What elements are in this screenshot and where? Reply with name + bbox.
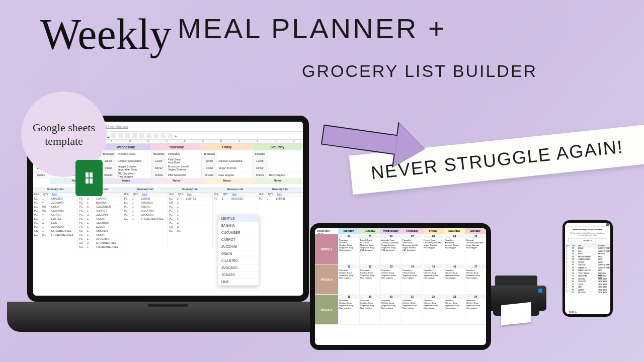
grocery-row[interactable]: PC1 bbox=[168, 205, 212, 209]
grocery-row[interactable]: KG0.1FROZEN BERRIES bbox=[33, 233, 77, 237]
meal-cell[interactable]: PBJ Sandwich bbox=[167, 171, 201, 178]
grocery-row[interactable]: PC1AVOCADO bbox=[33, 225, 77, 229]
grocery-lists[interactable]: Grocery ListUnitQTYItemKG1CHICKENPC4ZUCC… bbox=[33, 187, 303, 249]
item-col-link[interactable]: Item bbox=[51, 193, 77, 197]
calendar-cell[interactable]: 17PancakesChicken SoupVegetable SoupRaw … bbox=[465, 264, 486, 294]
meal-cell[interactable]: Veggie BurgersVegetable Soup bbox=[116, 164, 150, 171]
grocery-row[interactable]: KG1CHICKEN bbox=[78, 229, 122, 233]
grocery-row[interactable]: GR3 bbox=[168, 201, 212, 205]
valign-icon[interactable] bbox=[132, 133, 137, 138]
meal-cell[interactable]: Raw veggies bbox=[217, 171, 252, 178]
grocery-row[interactable]: PC2LIME bbox=[33, 221, 77, 225]
grocery-row[interactable]: PC1ONION bbox=[123, 205, 168, 209]
meal-cell[interactable] bbox=[268, 157, 302, 164]
grocery-row[interactable]: PC1AVOCADO bbox=[123, 213, 168, 217]
meal-cell[interactable] bbox=[268, 150, 302, 157]
align-icon[interactable] bbox=[125, 133, 130, 138]
autocomplete-item[interactable]: LIME bbox=[218, 279, 259, 286]
grocery-row[interactable]: PC1CILANTRO bbox=[123, 209, 168, 213]
grocery-row[interactable]: PC1 bbox=[168, 213, 212, 217]
meal-cell[interactable]: Chicken Quesadilla bbox=[217, 157, 252, 164]
text-color-icon[interactable]: A bbox=[107, 134, 109, 137]
phone-list-row[interactable]: 1PCAVOCADOVEGETABLE bbox=[565, 292, 610, 295]
grocery-row[interactable]: GR3 bbox=[168, 225, 212, 229]
item-col-link[interactable]: Item bbox=[141, 193, 168, 197]
calendar-cell[interactable]: 16PancakesChicken SoupVegetable SoupRaw … bbox=[444, 264, 465, 294]
grocery-row[interactable]: PC1ONION bbox=[78, 233, 122, 237]
grocery-row[interactable]: PC3ZUCCHINI bbox=[78, 213, 122, 217]
calendar-cell[interactable]: 10OatmealChicken QuesadillaVegan Burrito… bbox=[465, 234, 486, 264]
calendar-cell[interactable]: 21PancakesChicken SoupVegetable SoupRaw … bbox=[401, 295, 423, 324]
calendar-cell[interactable]: 20PancakesChicken SoupVegetable SoupRaw … bbox=[380, 295, 401, 324]
grocery-row[interactable]: PC0.5CILANTRO bbox=[33, 209, 77, 213]
final-grocery-list[interactable]: Final Grocery List for the WeekThis list… bbox=[565, 223, 610, 314]
meal-cell[interactable]: Pancakes bbox=[167, 150, 201, 157]
grocery-row[interactable]: PC1 bbox=[168, 209, 212, 213]
autocomplete-item[interactable]: LENTILS bbox=[218, 215, 259, 222]
item-col-link[interactable]: Item bbox=[276, 193, 302, 197]
calendar-cell[interactable]: 23PancakesChicken SoupVegetable SoupRaw … bbox=[444, 295, 465, 324]
calendar-cell[interactable]: 06Avocado ToastChicken QuesadillaVeggie … bbox=[380, 234, 401, 264]
grocery-row[interactable]: PC4ZUCCHINI bbox=[33, 201, 77, 205]
calendar-cell[interactable]: 11PancakesChicken SoupVegetable SoupRaw … bbox=[338, 264, 359, 294]
grocery-row[interactable]: PC1AVOCADO bbox=[78, 237, 122, 241]
chart-icon[interactable] bbox=[160, 133, 166, 138]
calendar-cell[interactable]: 05French ToastAcai BowlMexican TacosVege… bbox=[359, 234, 380, 264]
meal-cell[interactable] bbox=[217, 150, 252, 157]
grocery-row[interactable]: PC3CARROT bbox=[78, 197, 122, 201]
calendar-cell[interactable]: 24PancakesChicken SoupVegetable SoupRaw … bbox=[465, 295, 486, 324]
grocery-row[interactable]: KG1LENTILS bbox=[33, 217, 77, 221]
autocomplete-item[interactable]: CARROT bbox=[218, 236, 259, 243]
grocery-row[interactable]: KG2LENTILS bbox=[168, 197, 212, 201]
autocomplete-item[interactable]: TOMATO bbox=[218, 272, 259, 279]
functions-icon[interactable]: Σ bbox=[175, 134, 177, 137]
sheet-menu-icon[interactable]: ≡ bbox=[567, 311, 568, 313]
grocery-row[interactable]: PC1CILANTRO bbox=[78, 221, 122, 225]
meal-cell[interactable]: Chicken Quesadilla bbox=[116, 157, 150, 164]
meal-cell[interactable]: Raw veggies bbox=[268, 171, 302, 178]
item-col-link[interactable]: Item bbox=[231, 193, 257, 197]
fill-icon[interactable] bbox=[111, 133, 116, 138]
calendar-cell[interactable]: 12PancakesChicken SoupVegetable SoupRaw … bbox=[359, 264, 380, 294]
autocomplete-item[interactable]: ONION bbox=[218, 250, 259, 257]
meal-cell[interactable] bbox=[268, 164, 302, 171]
grocery-row[interactable]: PC1BANANA bbox=[78, 201, 122, 205]
link-icon[interactable] bbox=[146, 133, 151, 138]
grocery-row[interactable]: KG0.5ONION bbox=[33, 205, 77, 209]
grocery-row[interactable]: KG1CHICKEN bbox=[123, 201, 168, 205]
autocomplete-item[interactable]: AVOCADO bbox=[218, 264, 259, 272]
grocery-row[interactable]: KG1FROZEN BERRIES bbox=[123, 217, 168, 221]
meal-cell[interactable]: Vegan Burritos bbox=[217, 164, 252, 171]
autocomplete-item[interactable]: CUCUMBER bbox=[218, 229, 259, 236]
grocery-row[interactable]: PC1LEMON bbox=[78, 225, 122, 229]
autocomplete-dropdown[interactable]: LENTILSBANANACUCUMBERCARROTZUCCHINIONION… bbox=[218, 215, 259, 286]
grocery-row[interactable]: KG1CHICKEN bbox=[33, 197, 77, 201]
calendar-cell[interactable]: 22PancakesChicken SoupVegetable SoupRaw … bbox=[423, 295, 444, 324]
calendar-cell[interactable]: 15PancakesChicken SoupVegetable SoupRaw … bbox=[423, 264, 444, 294]
calendar-cell[interactable]: 07PancakesKale SaladMoroccan LentilsVega… bbox=[401, 234, 423, 264]
grocery-row[interactable]: PC1ONION bbox=[78, 217, 122, 221]
calendar-cell[interactable]: 08French ToastChicken QuesadillaVegan Bu… bbox=[423, 234, 444, 264]
grocery-row[interactable]: GR1STRAWBERRIES bbox=[33, 229, 77, 233]
wrap-icon[interactable] bbox=[139, 133, 144, 138]
calendar-cell[interactable]: 14PancakesChicken SoupVegetable SoupRaw … bbox=[401, 264, 423, 294]
grocery-row[interactable]: PC1 bbox=[168, 217, 212, 221]
filter-icon[interactable] bbox=[168, 133, 173, 138]
autocomplete-item[interactable]: BANANA bbox=[218, 222, 259, 229]
calendar-cell[interactable]: 13PancakesChicken SoupVegetable SoupRaw … bbox=[380, 264, 401, 294]
grocery-row[interactable]: PC1LEMON bbox=[258, 197, 302, 201]
monthly-view[interactable]: December 2023MondayTuesdayWednesdayThurs… bbox=[315, 228, 486, 345]
item-col-link[interactable]: Item bbox=[186, 193, 212, 197]
grocery-row[interactable]: PC1LEMON bbox=[123, 197, 168, 201]
autocomplete-item[interactable]: ZUCCHINI bbox=[218, 243, 259, 250]
calendar-cell[interactable]: 09PancakesAcai BowlMexican TacosRaw vegg… bbox=[444, 234, 465, 264]
borders-icon[interactable] bbox=[118, 133, 123, 138]
meal-cell[interactable]: Moroccan LentilsVegan Burritos bbox=[167, 164, 201, 171]
grocery-row[interactable]: GR2STRAWBERRIES bbox=[78, 241, 122, 245]
grocery-row[interactable]: PC4CARROT bbox=[33, 213, 77, 217]
meal-cell[interactable]: Kale SaladAcai Bowl bbox=[167, 157, 201, 164]
autocomplete-item[interactable]: CILANTRO bbox=[218, 257, 259, 264]
grocery-row[interactable]: KG0.1 bbox=[168, 229, 212, 233]
calendar-cell[interactable]: 04PancakesOatmealChicken SoupVegetable S… bbox=[338, 234, 359, 264]
meal-cell[interactable]: PBJ SandwichRaw veggies bbox=[116, 171, 150, 178]
